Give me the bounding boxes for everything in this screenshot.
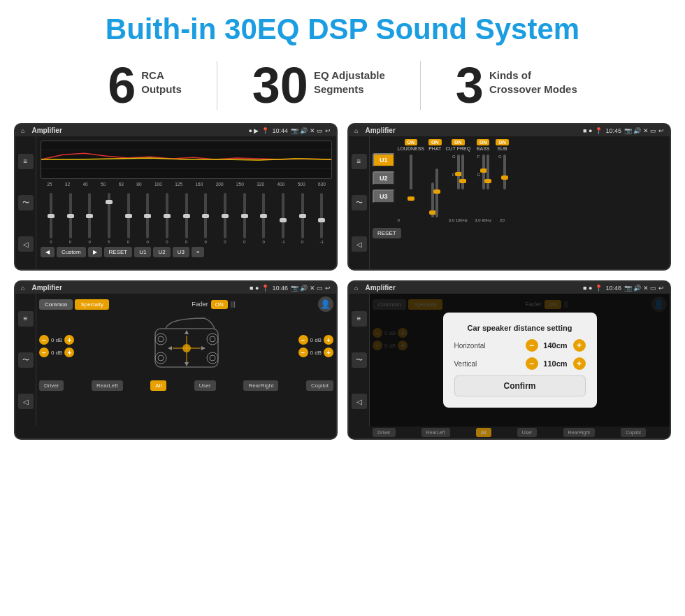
bass-fader-2[interactable] — [486, 155, 489, 189]
eq-slider-6[interactable]: 0 — [138, 193, 157, 244]
rearleft-btn-3[interactable]: RearLeft — [92, 380, 123, 391]
slider-track-2 — [69, 193, 72, 238]
confirm-button[interactable]: Confirm — [454, 375, 586, 396]
eq-slider-3[interactable]: 0 — [80, 193, 99, 244]
home-icon-2[interactable]: ⌂ — [354, 127, 358, 134]
cutfreq-fader-1[interactable] — [457, 155, 460, 189]
u3-btn-1[interactable]: U3 — [173, 247, 189, 257]
rearleft-btn-4[interactable]: RearLeft — [421, 428, 450, 437]
eq-slider-12[interactable]: 0 — [254, 193, 273, 244]
db-plus-2[interactable]: + — [64, 348, 74, 357]
copilot-btn-3[interactable]: Copilot — [306, 380, 333, 391]
eq-slider-8[interactable]: 0 — [178, 193, 196, 244]
eq-slider-7[interactable]: 0 — [158, 193, 176, 244]
cutfreq-fader-2[interactable] — [461, 155, 464, 189]
eq-slider-13[interactable]: -1 — [274, 193, 292, 244]
u2-btn-1[interactable]: U2 — [153, 247, 170, 257]
tab-common-3[interactable]: Common — [39, 299, 73, 310]
loudness-fader-1[interactable] — [410, 155, 412, 189]
horizontal-plus[interactable]: + — [573, 339, 586, 352]
svg-point-4 — [155, 334, 166, 345]
custom-btn[interactable]: Custom — [57, 247, 86, 257]
eq-slider-14[interactable]: 0 — [294, 193, 312, 244]
user-btn-3[interactable]: User — [194, 380, 216, 391]
stat-number-30: 30 — [252, 60, 308, 110]
slider-track-5 — [127, 193, 130, 238]
speaker-tool-btn-4[interactable]: ◁ — [352, 394, 367, 409]
home-icon-3[interactable]: ⌂ — [21, 285, 24, 292]
rearright-btn-4[interactable]: RearRight — [563, 428, 596, 437]
vertical-value: 110cm — [542, 359, 570, 368]
u3-label[interactable]: U3 — [373, 189, 395, 203]
horizontal-minus[interactable]: − — [526, 339, 538, 352]
sub-fader-1[interactable] — [503, 155, 506, 189]
person-icon-3[interactable]: 👤 — [318, 296, 333, 312]
copilot-btn-4[interactable]: Copilot — [621, 428, 646, 437]
vertical-plus[interactable]: + — [573, 357, 586, 370]
stat-item-crossover: 3 Kinds ofCrossover Modes — [421, 60, 612, 110]
crossover-main-content: U1 U2 U3 ON LOUDNESS — [370, 136, 670, 269]
eq-main-content: 25 32 40 50 63 80 100 125 160 200 250 32… — [36, 136, 336, 269]
freq-63: 63 — [119, 182, 124, 187]
slider-val-8: 0 — [185, 240, 187, 244]
more-btn[interactable]: » — [192, 247, 204, 257]
speaker-tool-btn-1[interactable]: ◁ — [18, 236, 34, 252]
speaker-tool-btn-3[interactable]: ◁ — [18, 394, 34, 409]
db-minus-1[interactable]: − — [39, 335, 49, 345]
prev-btn[interactable]: ◀ — [41, 247, 55, 257]
db-minus-3[interactable]: − — [298, 335, 308, 345]
cutfreq-values: 3.0 100Hz — [449, 218, 468, 222]
slider-val-13: -1 — [281, 240, 284, 244]
speaker-tool-btn-2[interactable]: ◁ — [352, 236, 367, 252]
wave-tool-btn-4[interactable]: 〜 — [352, 352, 367, 368]
eq-slider-9[interactable]: 0 — [196, 193, 215, 244]
eq-slider-4[interactable]: 5 — [100, 193, 118, 244]
reset-btn-2[interactable]: RESET — [373, 228, 401, 238]
eq-slider-5[interactable]: 0 — [120, 193, 138, 244]
all-btn-3[interactable]: All — [150, 380, 166, 391]
vertical-minus[interactable]: − — [526, 357, 538, 370]
freq-32: 32 — [65, 182, 70, 187]
status-icons-3: ■ ● — [250, 285, 259, 292]
eq-slider-1[interactable]: 0 — [42, 193, 60, 244]
eq-tool-btn-4[interactable]: ≡ — [352, 311, 367, 327]
fader-label-3: Fader — [192, 301, 208, 308]
freq-160: 160 — [195, 182, 203, 187]
eq-slider-10[interactable]: 0 — [216, 193, 234, 244]
bass-fader-1[interactable] — [482, 155, 485, 189]
phat-fader-1[interactable] — [431, 182, 434, 217]
home-icon-4[interactable]: ⌂ — [354, 285, 358, 292]
home-icon-1[interactable]: ⌂ — [21, 127, 24, 134]
reset-btn-1[interactable]: RESET — [104, 247, 133, 257]
wave-tool-btn-1[interactable]: 〜 — [18, 195, 34, 210]
driver-btn-3[interactable]: Driver — [39, 380, 64, 391]
driver-btn-4[interactable]: Driver — [373, 428, 396, 437]
db-plus-1[interactable]: + — [64, 335, 74, 345]
db-minus-4[interactable]: − — [298, 348, 308, 357]
play-btn[interactable]: ▶ — [88, 247, 102, 257]
eq-tool-btn-3[interactable]: ≡ — [18, 311, 34, 327]
tab-specialty-3[interactable]: Specialty — [75, 299, 108, 310]
all-btn-4[interactable]: All — [476, 428, 491, 437]
u1-label[interactable]: U1 — [373, 153, 395, 167]
wave-tool-btn-2[interactable]: 〜 — [352, 195, 367, 210]
rearright-btn-3[interactable]: RearRight — [243, 380, 278, 391]
bass-section: ON BASS FG — [475, 139, 491, 222]
slider-track-8 — [185, 193, 188, 238]
user-btn-4[interactable]: User — [517, 428, 538, 437]
db-plus-4[interactable]: + — [324, 348, 333, 357]
eq-tool-btn-1[interactable]: ≡ — [18, 154, 34, 169]
location-icon-3: 📍 — [261, 285, 269, 292]
slider-thumb-5 — [125, 214, 132, 218]
db-minus-2[interactable]: − — [39, 348, 49, 357]
eq-slider-15[interactable]: -1 — [312, 193, 331, 244]
phat-fader-2[interactable] — [435, 169, 438, 217]
slider-val-5: 0 — [127, 240, 129, 244]
eq-slider-2[interactable]: 0 — [62, 193, 80, 244]
wave-tool-btn-3[interactable]: 〜 — [18, 352, 34, 368]
eq-slider-11[interactable]: 0 — [236, 193, 254, 244]
db-plus-3[interactable]: + — [324, 335, 333, 345]
u2-label[interactable]: U2 — [373, 171, 395, 185]
eq-tool-btn-2[interactable]: ≡ — [352, 154, 367, 169]
u1-btn-1[interactable]: U1 — [134, 247, 151, 257]
